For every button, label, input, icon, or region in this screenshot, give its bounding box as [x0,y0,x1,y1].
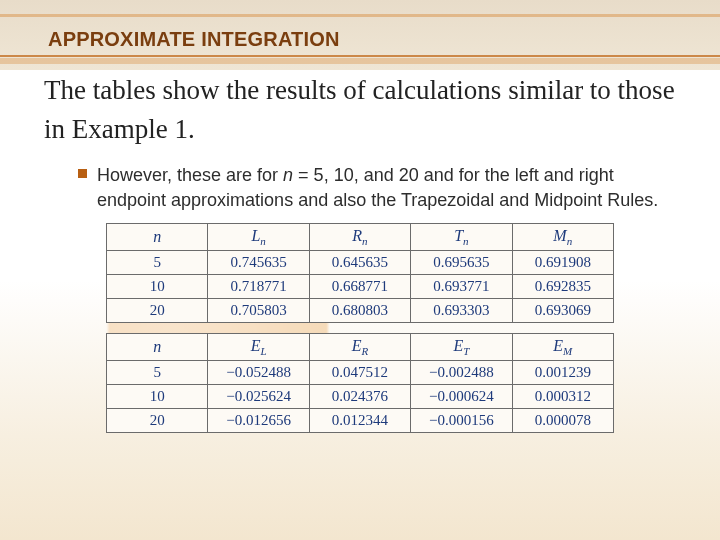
bullet-item: However, these are for n = 5, 10, and 20… [78,163,660,213]
lead-text: The tables show the results of calculati… [44,71,680,149]
col-EM: EM [512,334,613,361]
bullet-marker-icon [78,169,87,178]
slide-title: APPROXIMATE INTEGRATION [48,28,720,51]
col-Tn: Tn [411,223,512,250]
table-row: 5 −0.052488 0.047512 −0.002488 0.001239 [107,361,614,385]
col-Ln: Ln [208,223,309,250]
table-row: 20 0.705803 0.680803 0.693303 0.693069 [107,299,614,323]
table-header-row: n Ln Rn Tn Mn [107,223,614,250]
table-row: 20 −0.012656 0.012344 −0.000156 0.000078 [107,409,614,433]
title-rule [0,55,720,57]
col-n: n [107,223,208,250]
table-row: 10 0.718771 0.668771 0.693771 0.692835 [107,275,614,299]
approximations-table: n Ln Rn Tn Mn 5 0.745635 0.645635 0.6956… [106,223,614,323]
table-header-row: n EL ER ET EM [107,334,614,361]
tables-container: n Ln Rn Tn Mn 5 0.745635 0.645635 0.6956… [106,223,614,433]
bullet-text: However, these are for n = 5, 10, and 20… [97,163,660,213]
col-ER: ER [309,334,410,361]
col-EL: EL [208,334,309,361]
table-row: 5 0.745635 0.645635 0.695635 0.691908 [107,251,614,275]
col-n: n [107,334,208,361]
table-row: 10 −0.025624 0.024376 −0.000624 0.000312 [107,385,614,409]
col-ET: ET [411,334,512,361]
col-Rn: Rn [309,223,410,250]
errors-table: n EL ER ET EM 5 −0.052488 0.047512 −0.00… [106,333,614,433]
col-Mn: Mn [512,223,613,250]
